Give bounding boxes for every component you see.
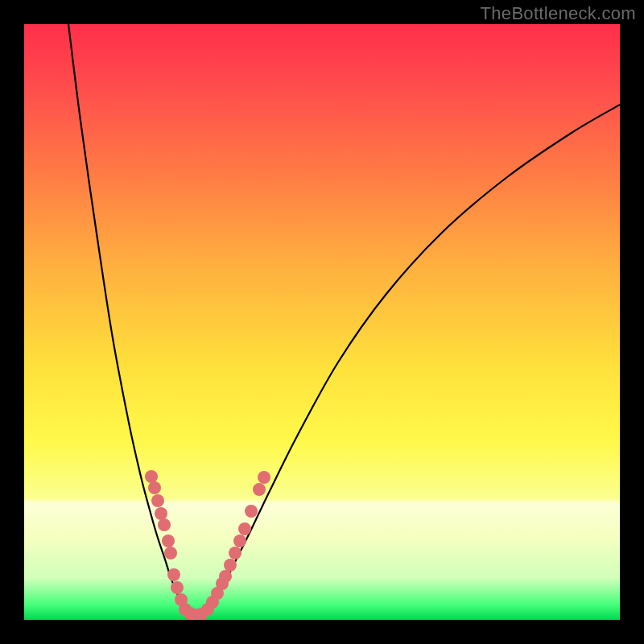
marker-dot [258, 471, 270, 484]
marker-dot [155, 507, 167, 520]
marker-dot [145, 470, 158, 483]
marker-dot [245, 505, 258, 518]
marker-dot [158, 518, 171, 531]
marker-dot [233, 535, 246, 547]
marker-dot [238, 522, 251, 535]
marker-dot [224, 559, 237, 572]
marker-dot [164, 547, 177, 559]
curve-left-branch [68, 24, 189, 612]
marker-dot [148, 481, 161, 494]
marker-dot [229, 547, 242, 559]
marker-dot [167, 568, 180, 581]
watermark-text: TheBottleneck.com [481, 3, 636, 24]
marker-dot [219, 570, 232, 583]
marker-dot [151, 494, 164, 507]
marker-dot [162, 535, 175, 547]
chart-svg [24, 24, 620, 620]
marker-dot [171, 581, 184, 594]
chart-plot-area [24, 24, 620, 620]
curve-right-branch [205, 105, 620, 612]
marker-dot [253, 483, 266, 496]
marker-group [145, 470, 270, 620]
